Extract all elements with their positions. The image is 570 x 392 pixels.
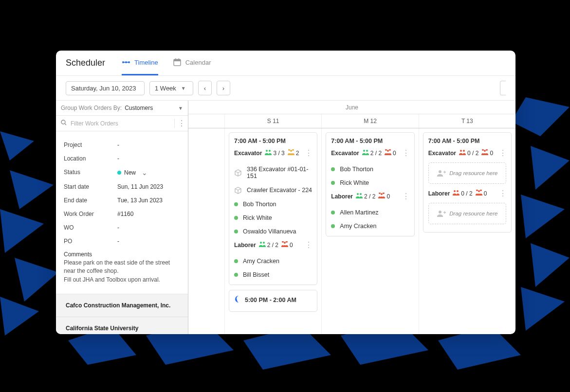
day-column: 7:00 AM - 5:00 PMExcavator0 / 20⋮Drag re… [419, 128, 515, 334]
people-icon [259, 242, 266, 249]
resource-line[interactable]: Oswaldo Villanueva [234, 225, 312, 238]
resource-name: Bob Thorton [243, 201, 276, 208]
cutoff-control[interactable] [500, 81, 506, 95]
chevron-right-icon: › [222, 85, 224, 92]
day-header: S 11 [224, 114, 321, 128]
job-card[interactable]: 7:00 AM - 5:00 PMExcavator3 / 32⋮336 Exc… [229, 132, 317, 285]
detail-value-text: - [117, 155, 119, 162]
customer-row[interactable]: California State University [56, 317, 188, 334]
svg-marker-1 [10, 170, 54, 209]
role-options-button[interactable]: ⋮ [499, 148, 506, 158]
detail-row: End dateTue, 13 Jun 2023 [64, 194, 180, 207]
role-options-button[interactable]: ⋮ [402, 148, 409, 158]
day-header-row: S 11 M 12 T 13 [188, 114, 515, 128]
people-count-text: 2 / 2 [364, 193, 375, 200]
job-card[interactable]: 7:00 AM - 5:00 PMExcavator0 / 20⋮Drag re… [423, 132, 512, 232]
resource-line[interactable]: Bob Thorton [331, 162, 409, 176]
people-count: 2 / 2 [356, 193, 375, 200]
moon-icon [234, 295, 242, 304]
equipment-icon [378, 193, 385, 200]
detail-value: - [117, 142, 119, 148]
drop-zone[interactable]: Drag resource here [428, 162, 506, 184]
people-count-text: 2 / 2 [267, 242, 278, 249]
job-card[interactable]: 5:00 PM - 2:00 AM [229, 290, 317, 312]
tab-calendar[interactable]: Calendar [173, 51, 211, 75]
resource-name: Amy Cracken [340, 223, 376, 230]
prev-button[interactable]: ‹ [198, 81, 212, 95]
equipment-count: 2 [288, 149, 299, 157]
equipment-icon [281, 241, 288, 249]
timeline-icon [122, 58, 130, 67]
svg-rect-18 [123, 62, 129, 63]
role-line: Laborer2 / 20⋮ [234, 240, 312, 249]
role-name: Laborer [428, 190, 450, 197]
role-options-button[interactable]: ⋮ [402, 192, 409, 201]
resource-line[interactable]: Bob Thorton [234, 197, 312, 211]
comments-label: Comments [64, 248, 180, 259]
equipment-icon [481, 149, 488, 157]
resource-line[interactable]: Crawler Excavator - 224 [234, 183, 312, 197]
role-line: Laborer2 / 20⋮ [331, 192, 409, 201]
range-dropdown[interactable]: 1 Week ▼ [149, 81, 193, 95]
role-options-button[interactable]: ⋮ [305, 148, 312, 158]
tab-timeline[interactable]: Timeline [122, 51, 158, 75]
box-icon [234, 169, 242, 177]
resource-line[interactable]: Amy Cracken [234, 254, 312, 268]
detail-value-text: Sun, 11 Jun 2023 [117, 183, 163, 190]
day-column: 7:00 AM - 5:00 PMExcavator2 / 20⋮Bob Tho… [321, 128, 418, 334]
groupby-dropdown[interactable]: Group Work Orders By: Customers ▼ [56, 101, 188, 116]
search-input[interactable] [71, 120, 169, 127]
people-count-text: 2 / 2 [370, 150, 382, 157]
resource-line[interactable]: 336 Excavator #01-01-151 [234, 162, 312, 183]
svg-rect-22 [178, 58, 179, 60]
svg-rect-20 [174, 59, 181, 61]
status-dot-icon [234, 230, 238, 233]
svg-rect-30 [444, 211, 445, 214]
status-dot-icon [331, 224, 335, 228]
svg-rect-27 [444, 171, 445, 173]
next-button[interactable]: › [217, 81, 230, 95]
kebab-icon: ⋮ [178, 119, 185, 128]
role-line: Excavator2 / 20⋮ [331, 148, 409, 158]
equipment-count: 0 [476, 190, 487, 197]
svg-marker-10 [511, 97, 570, 136]
header: Scheduler Timeline Calendar [56, 51, 515, 76]
detail-value-text: - [117, 142, 119, 148]
tab-label: Timeline [134, 59, 158, 66]
resource-line[interactable]: Allen Martinez [331, 206, 409, 219]
role-options-button[interactable]: ⋮ [305, 240, 312, 249]
svg-rect-21 [175, 58, 176, 60]
role-name: Excavator [234, 150, 262, 157]
people-count: 0 / 2 [459, 150, 478, 157]
drop-zone-text: Drag resource here [449, 170, 497, 176]
role-options-button[interactable]: ⋮ [499, 189, 506, 198]
day-body-row: 7:00 AM - 5:00 PMExcavator3 / 32⋮336 Exc… [188, 128, 515, 334]
equipment-count-text: 0 [393, 150, 396, 157]
month-label: June [188, 101, 515, 114]
drop-zone[interactable]: Drag resource here [428, 203, 506, 224]
job-time-text: 7:00 AM - 5:00 PM [428, 138, 480, 144]
search-box [56, 116, 174, 131]
detail-value[interactable]: New⌄ [117, 169, 147, 177]
sidebar-options-button[interactable]: ⋮ [174, 119, 188, 128]
equipment-icon [385, 149, 391, 157]
resource-line[interactable]: Rick White [234, 211, 312, 225]
detail-label: Start date [64, 183, 117, 190]
svg-marker-13 [531, 243, 570, 287]
role-name: Excavator [428, 150, 456, 157]
caret-down-icon: ▼ [178, 106, 183, 111]
equipment-icon [288, 149, 294, 157]
tab-label: Calendar [185, 59, 211, 66]
resource-line[interactable]: Amy Cracken [331, 219, 409, 233]
resource-line[interactable]: Bill Bisset [234, 268, 312, 282]
people-count: 0 / 2 [453, 190, 472, 197]
equipment-count: 0 [385, 149, 396, 157]
customer-row[interactable]: Cafco Construction Management, Inc. [56, 294, 188, 317]
svg-line-24 [65, 124, 66, 125]
job-card[interactable]: 7:00 AM - 5:00 PMExcavator2 / 20⋮Bob Tho… [326, 132, 414, 236]
resource-line[interactable]: Rick White [331, 176, 409, 190]
job-time: 5:00 PM - 2:00 AM [234, 295, 312, 304]
equipment-count: 0 [378, 193, 390, 200]
search-row: ⋮ [56, 116, 188, 131]
date-picker[interactable]: Saturday, Jun 10, 2023 [66, 81, 145, 95]
